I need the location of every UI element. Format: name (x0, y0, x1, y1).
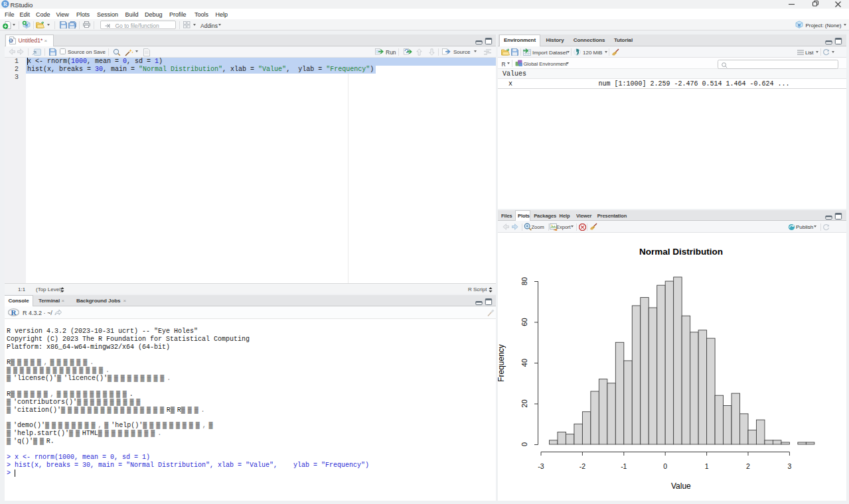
svg-text:-1: -1 (621, 462, 627, 470)
svg-text:80: 80 (521, 277, 529, 285)
svg-text:60: 60 (521, 318, 529, 326)
svg-text:3: 3 (787, 462, 791, 470)
svg-text:1: 1 (705, 462, 709, 470)
svg-text:R: R (3, 1, 7, 7)
svg-text:0: 0 (663, 462, 667, 470)
svg-text:R: R (11, 308, 17, 316)
svg-text:Frequency: Frequency (498, 344, 506, 382)
svg-text:Value: Value (671, 481, 691, 491)
svg-text:-2: -2 (579, 462, 585, 470)
svg-text:40: 40 (521, 359, 529, 367)
svg-text:20: 20 (521, 399, 529, 407)
svg-text:-3: -3 (538, 462, 544, 470)
svg-text:Normal Distribution: Normal Distribution (639, 247, 723, 257)
svg-text:0: 0 (521, 442, 529, 446)
svg-text:2: 2 (746, 462, 750, 470)
svg-text:R: R (798, 23, 801, 27)
